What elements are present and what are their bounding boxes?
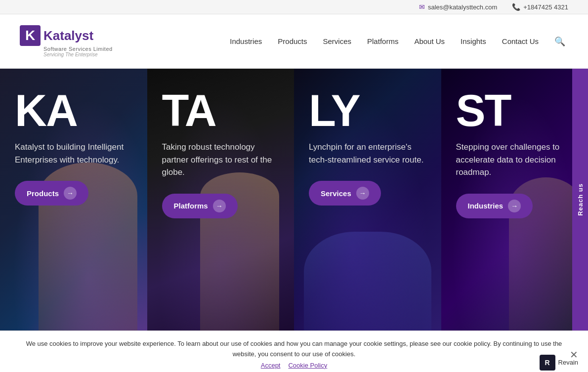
cookie-actions: Accept Cookie Policy <box>261 362 328 369</box>
email-contact[interactable]: ✉ sales@katalysttech.com <box>419 3 497 11</box>
logo-k-letter: K <box>20 25 41 46</box>
revain-icon: R <box>540 355 555 371</box>
nav-contact-us[interactable]: Contact Us <box>495 33 546 49</box>
logo-top: K Katalyst <box>20 25 93 46</box>
phone-text: +1847425 4321 <box>523 3 568 11</box>
revain-label: Revain <box>558 358 578 368</box>
panel-ta-button-label: Platforms <box>174 202 208 210</box>
panel-ka-arrow-icon: → <box>64 187 77 200</box>
reach-us-sidebar[interactable]: Reach us <box>572 69 588 331</box>
top-bar: ✉ sales@katalysttech.com 📞 +1847425 4321 <box>0 0 588 14</box>
panel-ta-desc: Taking robust technology partner offerin… <box>162 141 280 179</box>
panel-ly-button[interactable]: Services → <box>309 181 381 206</box>
cookie-accept-button[interactable]: Accept <box>261 362 281 369</box>
logo-name: Katalyst <box>43 28 93 43</box>
cookie-message: We use cookies to improve your website e… <box>26 340 562 358</box>
nav: Industries Products Services Platforms A… <box>223 33 568 50</box>
panel-st-arrow-icon: → <box>508 200 521 212</box>
cookie-policy-button[interactable]: Cookie Policy <box>288 362 327 369</box>
panel-st-button[interactable]: Industries → <box>456 194 533 218</box>
panel-ly-letters: LY <box>309 88 426 133</box>
panel-ly: LY Lynchpin for an enterprise's tech-str… <box>294 69 441 331</box>
logo-box: K Katalyst Software Services Limited Ser… <box>20 25 113 57</box>
panel-st: ST Stepping over challenges to accelerat… <box>441 69 588 331</box>
cookie-bar: We use cookies to improve your website e… <box>0 331 588 372</box>
nav-products[interactable]: Products <box>271 33 314 49</box>
email-text: sales@katalysttech.com <box>428 3 497 11</box>
panel-ta: TA Taking robust technology partner offe… <box>147 69 294 331</box>
panel-st-content: ST Stepping over challenges to accelerat… <box>456 88 574 218</box>
panel-ly-content: LY Lynchpin for an enterprise's tech-str… <box>309 88 426 206</box>
phone-icon: 📞 <box>512 3 520 11</box>
panel-ta-arrow-icon: → <box>213 200 226 212</box>
email-icon: ✉ <box>419 3 425 11</box>
panel-ka-letters: KA <box>15 88 132 133</box>
header: K Katalyst Software Services Limited Ser… <box>0 14 588 69</box>
panel-ka-desc: Katalyst to building Intelligent Enterpr… <box>15 141 132 166</box>
panel-ka-button-label: Products <box>27 189 59 198</box>
hero-section: KA Katalyst to building Intelligent Ente… <box>0 69 588 331</box>
logo-tagline: Servicing The Enterprise <box>43 52 98 57</box>
panel-ka-content: KA Katalyst to building Intelligent Ente… <box>15 88 132 206</box>
panel-ly-arrow-icon: → <box>356 187 369 200</box>
panel-ka: KA Katalyst to building Intelligent Ente… <box>0 69 147 331</box>
reach-us-label: Reach us <box>577 183 584 216</box>
panel-ly-button-label: Services <box>321 189 351 198</box>
phone-contact[interactable]: 📞 +1847425 4321 <box>512 3 568 11</box>
panel-ka-button[interactable]: Products → <box>15 181 88 206</box>
nav-about-us[interactable]: About Us <box>407 33 452 49</box>
nav-services[interactable]: Services <box>316 33 359 49</box>
panel-ta-letters: TA <box>162 88 280 133</box>
panel-st-letters: ST <box>456 88 574 133</box>
nav-insights[interactable]: Insights <box>454 33 493 49</box>
revain-badge[interactable]: R Revain <box>540 355 578 371</box>
panel-ly-desc: Lynchpin for an enterprise's tech-stream… <box>309 141 426 166</box>
panel-ta-content: TA Taking robust technology partner offe… <box>162 88 280 218</box>
nav-platforms[interactable]: Platforms <box>360 33 405 49</box>
panel-st-desc: Stepping over challenges to accelerate d… <box>456 141 574 179</box>
panel-st-button-label: Industries <box>468 202 504 210</box>
nav-industries[interactable]: Industries <box>223 33 269 49</box>
search-icon[interactable]: 🔍 <box>551 33 568 50</box>
logo-sub: Software Services Limited <box>43 46 113 52</box>
logo[interactable]: K Katalyst Software Services Limited Ser… <box>20 25 113 57</box>
panel-ta-button[interactable]: Platforms → <box>162 194 238 218</box>
